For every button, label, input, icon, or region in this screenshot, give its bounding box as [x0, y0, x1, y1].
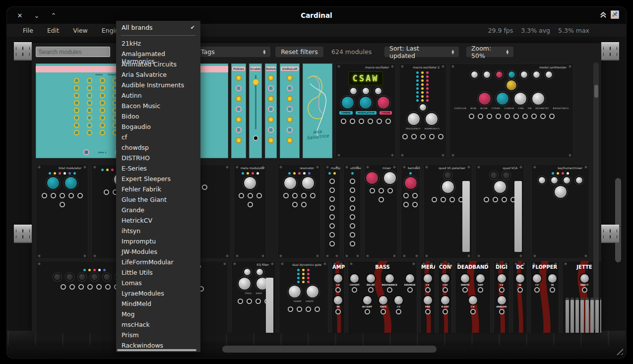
- menu-item-glue-the-giant[interactable]: Glue the Giant: [116, 194, 200, 204]
- menu-item-lomas[interactable]: Lomas: [116, 277, 200, 288]
- zoom-select[interactable]: Zoom: 50%▲▼: [466, 47, 513, 57]
- panel-label: FM: [528, 107, 531, 110]
- module-card-pokies[interactable]: Pokies: [231, 63, 246, 158]
- seq-cell-icon: [74, 115, 79, 121]
- menubar-item-view[interactable]: View: [73, 27, 88, 34]
- menu-item-expert-sleepers[interactable]: Expert Sleepers: [116, 173, 200, 183]
- title-bar: ✕ ⌄ ⌃ Cardinal ✕: [7, 7, 626, 24]
- module-card-meta-modulator[interactable]: meta modulator: [234, 164, 266, 259]
- module-card-deadband[interactable]: DEADBANDWIDTHGAPCV: [455, 261, 491, 333]
- menu-item-animated-circuits[interactable]: Animated Circuits: [116, 59, 200, 69]
- menu-item-autinn[interactable]: Autinn: [116, 90, 200, 100]
- led-icon: [297, 281, 300, 283]
- menu-item-chowdsp[interactable]: chowdsp: [116, 142, 200, 152]
- panel-label: IN: [518, 284, 521, 286]
- jack-icon: [350, 196, 355, 202]
- sort-select[interactable]: Sort: Last updated▲▼: [384, 47, 459, 57]
- search-input[interactable]: [36, 47, 110, 57]
- app-icon[interactable]: ✕: [611, 10, 619, 19]
- module-card-keyframer-mixer[interactable]: keyframer/mixer: [531, 164, 589, 259]
- jack-icon: [496, 114, 501, 119]
- led-icon: [297, 277, 300, 279]
- panel-label: DECAY: [367, 284, 375, 286]
- menu-item-amalgamated-harmonics[interactable]: Amalgamated Harmonics: [116, 48, 200, 59]
- menu-item-little-utils[interactable]: Little Utils: [116, 267, 200, 277]
- knob-icon: [287, 96, 293, 102]
- module-card-utilities[interactable]: utilities: [343, 164, 361, 259]
- rack-vertical-scrollbar[interactable]: [615, 178, 621, 262]
- module-card-quad-vc-polarizer[interactable]: quad VC-polarizer: [423, 164, 472, 259]
- module-card-quad-vca[interactable]: quad VCA: [475, 164, 524, 259]
- rail-screw-icon: [603, 53, 604, 56]
- module-card-mixer[interactable]: mixer: [364, 164, 398, 259]
- jack-icon: [310, 193, 316, 198]
- menu-item-e-series[interactable]: E-Series: [116, 163, 200, 173]
- collapse-chevrons-icon[interactable]: [600, 11, 607, 18]
- module-title: DIGI: [494, 261, 509, 271]
- reset-filters-button[interactable]: Reset filters: [275, 47, 323, 57]
- menu-item-cf[interactable]: cf: [116, 131, 200, 142]
- module-card-flopper[interactable]: FLOPPERCVIN: [530, 261, 559, 333]
- menu-item-mindmeld[interactable]: MindMeld: [116, 298, 200, 308]
- menu-item-bacon-music[interactable]: Bacon Music: [116, 100, 200, 111]
- menu-item-distrho[interactable]: DISTRHO: [116, 152, 200, 163]
- module-card-undular[interactable]: UnDuLaR: [280, 63, 300, 158]
- knob-icon: [476, 274, 485, 283]
- menu-item-rackwindows[interactable]: Rackwindows: [116, 340, 200, 350]
- knob-icon: [576, 177, 582, 183]
- module-title: CONV: [438, 261, 452, 271]
- knob-icon: [287, 127, 293, 133]
- menu-item-bogaudio[interactable]: Bogaudio: [116, 121, 200, 131]
- menu-item-audible-instruments[interactable]: Audible Instruments: [116, 79, 200, 90]
- tags-select[interactable]: Tags▲▼: [196, 47, 270, 57]
- module-card-digi[interactable]: DIGICVANALOG: [494, 261, 509, 333]
- menu-scrollbar[interactable]: [117, 349, 196, 351]
- menu-item-fehler-fabrik[interactable]: Fehler Fabrik: [116, 183, 200, 194]
- module-card-multiples[interactable]: multiples: [324, 164, 340, 259]
- jack-icon: [550, 287, 555, 293]
- menu-item-aria-salvatrice[interactable]: Aria Salvatrice: [116, 69, 200, 79]
- menu-item-impromptu[interactable]: Impromptu: [116, 236, 200, 246]
- menu-item-lyraemodules[interactable]: LyraeModules: [116, 288, 200, 298]
- module-card-modal-synthesizer[interactable]: modal synthesizerCONTOURBOWBLOWSTRIKECOA…: [449, 63, 573, 158]
- menu-item-ihtsyn[interactable]: ihtsyn: [116, 225, 200, 236]
- module-card-macro-oscillator[interactable]: macro oscillatorCSAWTIMBREMODULATIONCOLO…: [335, 63, 396, 158]
- module-card-tidal-modulator[interactable]: tidal modulator: [36, 164, 88, 259]
- jack-icon: [370, 188, 375, 193]
- menu-item-hetrickcv[interactable]: HetrickCV: [116, 215, 200, 225]
- knob-icon: [424, 274, 432, 283]
- menu-item-all-brands[interactable]: All brands ✔: [116, 21, 200, 34]
- menu-item-21khz[interactable]: 21kHz: [116, 38, 200, 48]
- module-card-resonator[interactable]: resonator: [277, 164, 321, 259]
- menubar-item-edit[interactable]: Edit: [47, 27, 59, 34]
- module-card-rotatoes[interactable]: Rotatoes: [265, 63, 277, 158]
- module-card-conv[interactable]: CONV+5V0-10V: [438, 261, 452, 333]
- menu-item-jw-modules[interactable]: JW-Modules: [116, 246, 200, 256]
- jack-icon: [493, 197, 498, 202]
- module-card-bass[interactable]: BASSCUTOFFDECAYRESONANCEENVMODACCENTGATE…: [348, 261, 417, 333]
- menu-item-mog[interactable]: Mog: [116, 308, 200, 319]
- module-card-dual-dynamics-gate[interactable]: dual dynamics gateSHAPESHAPE: [279, 261, 328, 333]
- knob-icon: [479, 93, 491, 105]
- rack-horizontal-scrollbar[interactable]: [222, 346, 437, 353]
- menu-item-prism[interactable]: Prism: [116, 329, 200, 340]
- module-card-dc[interactable]: DCIN: [512, 261, 527, 333]
- module-card-amp[interactable]: AMPCVIN: [331, 261, 345, 333]
- module-card-mera[interactable]: MERACVPRE: [420, 261, 435, 333]
- module-card-untitled[interactable]: Aria Salvatrice: [303, 63, 332, 158]
- led-icon: [252, 172, 254, 175]
- menubar-item-file[interactable]: File: [23, 27, 33, 34]
- panel-label: BLOW: [480, 107, 488, 110]
- module-card-bernoulli-gate[interactable]: bernoulli gate: [401, 164, 420, 259]
- seq-cell-icon: [100, 130, 105, 135]
- menu-item-mschack[interactable]: mscHack: [116, 319, 200, 329]
- module-card-macro-oscillator-2[interactable]: macro oscillator 2FREQUENCYHARMONICS: [399, 63, 446, 158]
- browser-scrollbar-thumb[interactable]: [594, 85, 598, 98]
- module-card-grabby[interactable]: Grabby: [249, 63, 262, 158]
- menu-item-bidoo[interactable]: Bidoo: [116, 111, 200, 121]
- menu-item-grande[interactable]: Grande: [116, 204, 200, 215]
- module-card-eq-filter[interactable]: EQ filterFREQGAIN: [231, 261, 276, 333]
- menu-item-lifeformmodular[interactable]: LifeFormModular: [116, 256, 200, 267]
- knob-icon: [394, 296, 403, 304]
- module-card-jette[interactable]: JETTEINJECT: [562, 261, 601, 333]
